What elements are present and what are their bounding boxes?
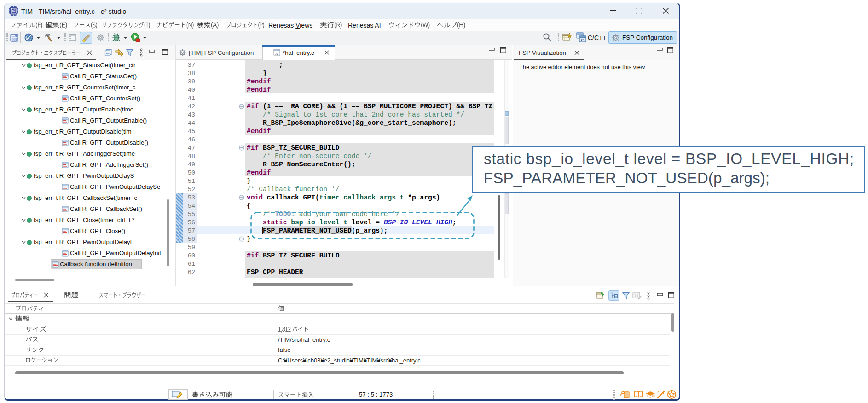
svg-text:e²: e² (12, 9, 15, 13)
svg-text:.c: .c (275, 51, 278, 56)
svg-text:C: C (581, 37, 584, 42)
